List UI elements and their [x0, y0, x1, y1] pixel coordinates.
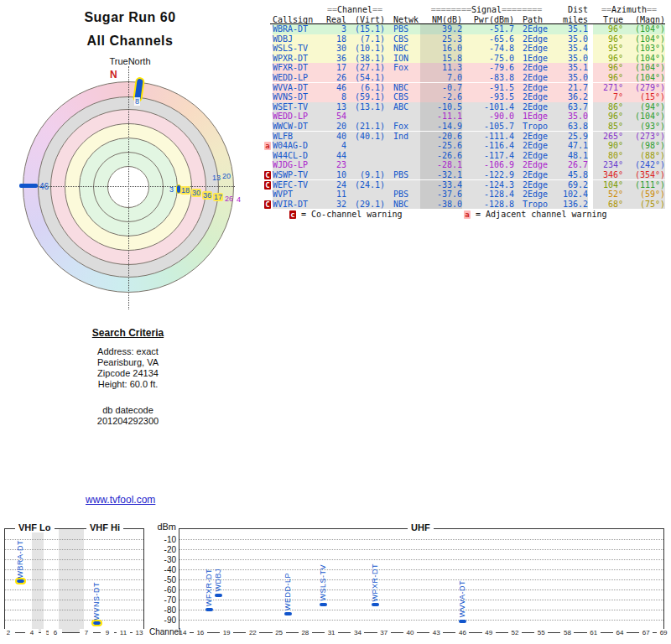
channel-tick-label: 9 — [101, 629, 114, 636]
cell-azimuth-true: 96° — [593, 34, 623, 44]
table-row: WWCW-DT20(21.1)Fox-14.9-105.7Tropo63.885… — [264, 122, 665, 132]
cell-azimuth-true: 68° — [593, 200, 623, 210]
uhf-label: UHF — [408, 522, 434, 532]
cell-path: 2Edge — [514, 63, 553, 73]
cell-warning — [264, 34, 273, 44]
signal-bar-label-WSLS-TV: WSLS-TV — [319, 564, 327, 601]
table-body: WBRA-DT3(15.1)PBS39.2-51.72Edge35.196°(1… — [264, 24, 665, 209]
cell-azimuth-true: 96° — [593, 73, 623, 83]
cell-warning: C — [264, 200, 273, 210]
cell-nm-db: 15.8 — [420, 54, 462, 64]
cell-azimuth-true: 90° — [593, 141, 623, 151]
cell-warning: a — [264, 141, 273, 151]
cell-callsign: WSWP-TV — [273, 170, 325, 180]
cell-callsign: WEDD-LP — [273, 73, 325, 83]
cell-azimuth-true: 86° — [593, 102, 623, 112]
cell-nm-db: 25.3 — [420, 34, 462, 44]
cell-azimuth-true: 96° — [593, 63, 623, 73]
signal-bar-WEDD-LP — [284, 612, 292, 615]
channel-tick-label: 13 — [133, 629, 146, 636]
cell-callsign: W44CL-D — [273, 151, 325, 161]
cell-callsign: WPXR-DT — [273, 54, 325, 64]
dbm-axis-label: dBm — [153, 522, 176, 532]
cell-path: 1Edge — [514, 54, 553, 64]
dbm-gridline — [179, 620, 663, 621]
channel-tick-label: 55 — [534, 629, 548, 636]
cell-pwr-dbm: -124.3 — [462, 180, 514, 190]
dbm-tick-label: -80 — [153, 605, 176, 615]
tvfool-report: Sugar Run 60 All Channels TrueNorth N 8 … — [0, 0, 671, 644]
cell-netwk: Ind — [385, 132, 420, 142]
cell-miles: 35.0 — [553, 112, 588, 122]
cell-virt: (29.1) — [346, 200, 385, 210]
channel-tick-label: 58 — [560, 629, 574, 636]
channel-label-18: 18 — [180, 186, 190, 195]
cell-path: Tropo — [514, 200, 553, 210]
channel-tick-label: 69 — [657, 629, 670, 636]
co-channel-legend-text: = Co-channel warning — [301, 210, 402, 219]
dbm-tick-label: -90 — [153, 615, 176, 625]
cell-azimuth-magn: (104°) — [623, 73, 665, 83]
cell-real: 10 — [325, 170, 346, 180]
cell-virt — [346, 160, 385, 170]
db-datecode-value: 201204292300 — [50, 416, 205, 427]
cell-pwr-dbm: -106.9 — [462, 160, 514, 170]
dbm-gridline — [5, 539, 143, 540]
cell-azimuth-true: 95° — [593, 44, 623, 54]
channel-tick-label: 7 — [80, 629, 93, 636]
cell-netwk — [385, 141, 420, 151]
cell-azimuth-true: 80° — [593, 151, 623, 161]
cell-warning — [264, 24, 273, 34]
channel-tick-label: 22 — [246, 629, 259, 636]
dbm-tick-label: -10 — [153, 535, 176, 544]
cell-nm-db: -37.6 — [420, 190, 462, 200]
cell-virt: (9.1) — [346, 170, 385, 180]
cell-azimuth-magn: (279°) — [623, 83, 665, 93]
cell-real: 24 — [325, 180, 346, 190]
cell-miles: 47.1 — [553, 141, 588, 151]
cell-pwr-dbm: -101.4 — [462, 102, 514, 112]
signal-bar-WPXR-DT — [372, 603, 379, 606]
cell-callsign: W04AG-D — [273, 141, 325, 151]
tvfool-link[interactable]: www.tvfool.com — [86, 494, 155, 506]
cell-real: 40 — [325, 132, 346, 142]
table-row: W44CL-D44-26.6-117.42Edge48.180°(88°) — [264, 151, 665, 161]
cell-pwr-dbm: -122.9 — [462, 170, 514, 180]
dbm-gridline — [179, 569, 663, 570]
cell-miles: 35.0 — [553, 73, 588, 83]
cell-path: 2Edge — [514, 92, 553, 102]
table-row: WSLS-TV30(10.1)NBC16.0-74.82Edge35.495°(… — [264, 44, 665, 54]
radar-title-location: Sugar Run 60 — [34, 10, 226, 25]
cell-azimuth-magn: (104°) — [623, 24, 665, 34]
channel-label-30: 30 — [191, 189, 201, 197]
cell-netwk: ABC — [385, 102, 420, 112]
cell-azimuth-magn: (104°) — [623, 112, 665, 122]
dbm-gridline — [179, 559, 663, 560]
cell-real: 44 — [325, 151, 346, 161]
dbm-gridline — [5, 579, 143, 580]
cell-nm-db: -32.1 — [420, 170, 462, 180]
cell-miles: 36.2 — [553, 92, 588, 102]
cell-real: 4 — [325, 141, 346, 151]
signal-bar-label-WDBJ: WDBJ — [214, 569, 222, 592]
cell-warning — [264, 102, 273, 112]
dist-group-header: Dist — [553, 5, 588, 15]
cell-azimuth-true: 104° — [593, 180, 623, 190]
dbm-gridline — [5, 569, 143, 570]
search-height: Height: 60.0 ft. — [50, 379, 205, 390]
signal-bar-label-WVNS-DT: WVNS-DT — [92, 582, 101, 621]
channel-tick-label: 67 — [639, 629, 653, 636]
channel-tick-label: 52 — [508, 629, 522, 636]
cell-azimuth-magn: (103°) — [623, 44, 665, 54]
cell-warning: C — [264, 170, 273, 180]
table-row: WVVA-DT46(6.1)NBC-0.7-91.52Edge21.7271°(… — [264, 83, 665, 93]
cell-azimuth-true: 52° — [593, 190, 623, 200]
cell-real: 46 — [325, 83, 346, 93]
cell-real: 54 — [325, 112, 346, 122]
cell-warning — [264, 112, 273, 122]
table-row: WDBJ18(7.1)CBS25.3-65.62Edge35.096°(104°… — [264, 34, 665, 44]
co-channel-warning-icon: C — [264, 171, 271, 179]
cell-netwk: NBC — [385, 83, 420, 93]
cell-nm-db: 11.3 — [420, 63, 462, 73]
cell-pwr-dbm: -79.6 — [462, 63, 514, 73]
